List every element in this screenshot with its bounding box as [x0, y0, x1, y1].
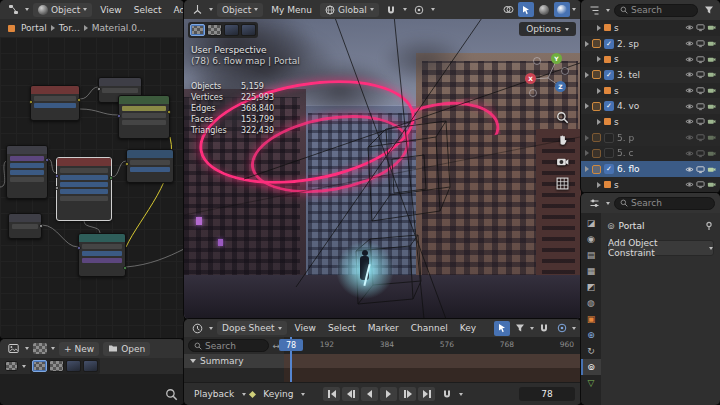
outliner-row[interactable]: ✓3. tel [581, 67, 720, 83]
chevron-down-icon[interactable] [606, 9, 610, 12]
shading-context-dropdown[interactable]: Object [33, 3, 92, 17]
menu-key[interactable]: Key [456, 323, 480, 333]
prev-keyframe-button[interactable] [342, 387, 359, 401]
chevron-down-icon[interactable] [459, 393, 463, 396]
shader-node[interactable] [118, 95, 170, 139]
next-keyframe-button[interactable] [399, 387, 416, 401]
editor-type-icon[interactable] [5, 2, 21, 17]
chevron-down-icon[interactable] [431, 8, 435, 11]
channel-search-input[interactable]: Search [188, 339, 269, 352]
gizmo-neg-axis[interactable] [529, 89, 537, 97]
visibility-eye-icon[interactable] [685, 70, 694, 79]
menu-add[interactable]: Add [169, 5, 184, 15]
navigation-gizmo[interactable]: X Y Z [525, 53, 571, 99]
xray-toggle-icon[interactable] [518, 2, 534, 17]
camera-view-icon[interactable] [556, 155, 569, 168]
shader-node[interactable] [30, 85, 80, 121]
pan-hand-icon[interactable] [556, 133, 569, 146]
texture-slot-button[interactable] [190, 24, 205, 36]
viewport-display-icon[interactable] [696, 180, 705, 189]
chevron-down-icon[interactable] [403, 8, 407, 11]
mode-dropdown[interactable]: Object [217, 3, 263, 17]
texture-slot-button[interactable] [32, 360, 47, 372]
timeline-ruler[interactable]: 192 384 576 768 960 [284, 337, 581, 354]
tab-tool-icon[interactable]: ◪ [581, 215, 601, 231]
viewport-display-icon[interactable] [696, 149, 705, 158]
render-camera-icon[interactable] [707, 70, 716, 79]
viewport-scene[interactable]: Options User Perspective (78) 6. flow ma… [184, 19, 581, 319]
jump-to-start-button[interactable] [323, 387, 340, 401]
collection-checkbox[interactable]: ✓ [604, 70, 614, 80]
outliner-row[interactable]: s [581, 83, 720, 99]
tab-view-layer-icon[interactable]: ▦ [581, 263, 601, 279]
menu-marker[interactable]: Marker [364, 323, 403, 333]
viewport-display-icon[interactable] [696, 39, 705, 48]
render-camera-icon[interactable] [707, 39, 716, 48]
keying-menu[interactable]: Keying [259, 389, 297, 399]
tab-object-icon[interactable]: ▣ [581, 311, 601, 327]
proportional-edit-icon[interactable] [411, 2, 427, 17]
pin-icon[interactable] [704, 221, 714, 231]
current-frame-badge[interactable]: 78 [279, 339, 303, 351]
visibility-eye-icon[interactable] [685, 102, 694, 111]
node-canvas[interactable] [0, 37, 184, 338]
shader-node[interactable] [78, 233, 126, 277]
summary-row[interactable]: Summary [184, 354, 581, 368]
chevron-down-icon[interactable] [22, 365, 26, 368]
cursor-tool-icon[interactable] [494, 321, 510, 336]
shader-node[interactable] [8, 213, 42, 239]
gizmo-x-axis[interactable]: X [525, 73, 536, 84]
grid-ortho-icon[interactable] [556, 177, 569, 190]
new-image-button[interactable]: + New [59, 342, 99, 356]
render-camera-icon[interactable] [707, 86, 716, 95]
visibility-eye-icon[interactable] [685, 86, 694, 95]
chevron-down-icon[interactable] [209, 327, 213, 330]
options-dropdown[interactable]: Options [519, 22, 576, 36]
outliner-row[interactable]: s [581, 114, 720, 130]
proportional-edit-icon[interactable] [554, 321, 570, 336]
texture-slot-button[interactable] [66, 360, 81, 372]
render-camera-icon[interactable] [707, 180, 716, 189]
keyframe-area[interactable] [284, 368, 581, 382]
visibility-eye-icon[interactable] [685, 23, 694, 32]
dope-sheet-mode-dropdown[interactable]: Dope Sheet [217, 321, 287, 335]
shader-node[interactable] [6, 145, 48, 199]
shading-material-icon[interactable] [554, 2, 570, 17]
viewport-display-icon[interactable] [696, 165, 705, 174]
filter-funnel-icon[interactable] [702, 3, 715, 18]
texture-slot-button[interactable] [207, 24, 222, 36]
chevron-down-icon[interactable] [51, 347, 55, 350]
visibility-eye-icon[interactable] [685, 149, 694, 158]
menu-select[interactable]: Select [324, 323, 360, 333]
outliner-row[interactable]: ✓2. sp [581, 36, 720, 52]
orientation-dropdown[interactable]: Global [320, 3, 379, 17]
image-preview-chip[interactable] [5, 361, 18, 371]
visibility-eye-icon[interactable] [685, 133, 694, 142]
collection-checkbox[interactable] [604, 148, 614, 158]
collection-checkbox[interactable]: ✓ [604, 164, 614, 174]
summary-keyframe-strip[interactable] [284, 354, 581, 368]
chevron-down-icon[interactable] [301, 393, 305, 396]
my-menu[interactable]: My Menu [267, 5, 316, 15]
dope-sheet-editor-icon[interactable] [189, 321, 205, 336]
outliner-row[interactable]: 5. c [581, 146, 720, 162]
tab-modifiers-icon[interactable]: ⊛ [581, 327, 601, 343]
tab-render-icon[interactable]: ◉ [581, 231, 601, 247]
outliner-search-input[interactable]: Search [614, 4, 698, 17]
viewport-display-icon[interactable] [696, 23, 705, 32]
chevron-down-icon[interactable] [209, 8, 213, 11]
outliner-row-selected[interactable]: ✓6. flo [581, 161, 720, 177]
play-reverse-button[interactable] [361, 387, 378, 401]
outliner-row[interactable]: ✓4. vo [581, 98, 720, 114]
tab-data-icon[interactable]: ▽ [581, 375, 601, 391]
overlays-icon[interactable] [500, 2, 516, 17]
tab-scene-icon[interactable]: ◩ [581, 279, 601, 295]
render-camera-icon[interactable] [707, 117, 716, 126]
open-image-button[interactable]: Open [103, 342, 150, 356]
properties-search-input[interactable]: Search [614, 197, 715, 210]
viewport-display-icon[interactable] [696, 133, 705, 142]
snap-magnet-icon[interactable] [536, 321, 552, 336]
outliner-row[interactable]: s [581, 177, 720, 193]
collection-checkbox[interactable]: ✓ [604, 39, 614, 49]
jump-to-end-button[interactable] [418, 387, 435, 401]
